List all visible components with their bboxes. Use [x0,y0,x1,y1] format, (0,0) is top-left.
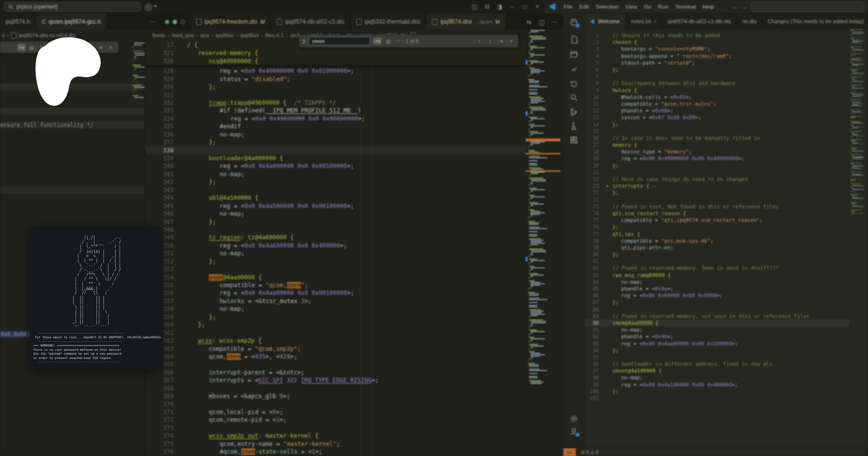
whole-word-icon[interactable]: ab [384,38,392,44]
code-line-361[interactable]: 361 [146,329,526,336]
menu-terminal[interactable]: Terminal [672,2,699,11]
code-area[interactable]: 1// Unsure if this needs to be added2cho… [584,32,850,401]
tab-nn.dts[interactable]: nn.dts [737,14,762,29]
code-line-341[interactable]: 341no-map; [146,170,526,178]
layout-sidebar-icon[interactable]: ◫ [470,3,479,10]
tab-ipq9574-db-al02-c3.dts[interactable]: ipq9574-db-al02-c3.dts [271,14,351,30]
breadcrumb-item[interactable]: feeds [152,32,165,38]
code-line-5[interactable]: 5stdout-path = "serial0"; [584,59,850,66]
account-icon[interactable] [569,427,579,436]
code-line-368[interactable]: 368 [146,385,526,392]
code-line-93[interactable]: 93reg = <0x00 0x4aa00000 0x00 0x100000>; [584,340,850,346]
history-icon[interactable] [569,79,579,89]
editor-right[interactable]: 1// Unsure if this needs to be added2cho… [584,29,850,448]
code-line-95[interactable]: 95 [584,354,850,360]
next-match-icon[interactable]: ↓ [486,38,494,44]
breadcrumb-item[interactable]: qca [201,32,209,38]
code-line-354[interactable]: 354smem@4aa00000 { [146,273,526,281]
code-line-80[interactable]: 80}; [584,251,850,258]
copilot-icon[interactable] [145,3,152,11]
minimap[interactable] [526,30,563,456]
code-line-100[interactable]: 100}; [584,388,850,395]
code-line-22[interactable]: 22// Here in case things do need to be c… [584,176,850,182]
code-line-99[interactable]: 99reg = <0x00 0x4a100000 0x00 0x400000>; [584,381,850,388]
code-line-20[interactable]: 20}; [584,162,850,169]
find-input[interactable]: smem [309,37,370,45]
code-line-71[interactable]: 71}; [584,189,850,196]
code-line-326[interactable]: 326nss@40000000 { [146,57,526,65]
code-line-373[interactable]: 373 [146,424,526,432]
code-line-333[interactable]: 333#if !defined(__IPQ_MEM_PROFILE_512_MB… [146,107,526,114]
more-icon[interactable]: ⋯ [149,18,155,25]
code-line-351[interactable]: 351no-map; [146,249,526,257]
tab-ipq9574-freedom.dts[interactable]: ipq9574-freedom.dtsM [190,14,271,30]
code-line-21[interactable]: 21 [584,169,850,176]
copilot-icon[interactable] [569,17,579,27]
code-line-87[interactable]: 87}; [584,299,850,305]
code-line-339[interactable]: 339bootloader@4a000000 { [146,154,526,162]
code-line-364[interactable]: 364qcom,smem = <435>, <428>; [146,353,526,360]
code-line-6[interactable]: 6}; [584,66,850,73]
code-line-75[interactable]: 75compatible = "qti,ipq9574-scm_restart_… [584,217,850,223]
remote-indicator[interactable]: >< [563,448,576,456]
menu-file[interactable]: File [560,2,576,11]
code-line-17[interactable]: 17memory { [584,141,850,148]
code-line-23[interactable]: 23▸interrupts { ⋯ [584,182,850,189]
code-line-331[interactable]: 331 [146,91,526,98]
menu-view[interactable]: View [622,2,641,11]
window-icon[interactable] [569,49,579,59]
menu-selection[interactable]: Selection [592,2,622,11]
code-line-347[interactable]: 347}; [146,218,526,225]
match-case-icon[interactable]: Aa [373,38,381,44]
code-line-2[interactable]: 2chosen { [584,39,850,45]
editor-main[interactable]: 17/ {321reserved-memory {326nss@40000000… [146,41,526,456]
code-line-357[interactable]: 357hwlocks = <&tcsr_mutex 3>; [146,297,526,305]
minimap[interactable] [850,29,866,367]
code-line-370[interactable]: 370 [146,400,526,408]
code-line-360[interactable]: 360}; [146,321,526,329]
code-line-11[interactable]: 11compatible = "qcom,tcsr-mutex"; [584,100,850,107]
code-line-365[interactable]: 365 [146,360,526,368]
code-area[interactable]: 328reg = <0x0 0x40000000 0x0 0x02000000>… [146,67,526,456]
code-line-83[interactable]: 83rpm_msg_ram@60000 { [584,272,850,278]
code-line-356[interactable]: 356reg = <0x0 0x4aa00000 0x0 0x00100000>… [146,289,526,297]
problems-status[interactable]: ⊘ 0 ⚠ 0 [581,450,598,455]
settings-gear-icon[interactable] [569,414,579,424]
code-line-350[interactable]: 350reg = <0x0 0x4a600000 0x0 0x400000>; [146,242,526,249]
code-line-366[interactable]: 366interrupt-parent = <&intc>; [146,369,526,376]
code-line-91[interactable]: 91no-map; [584,326,850,333]
chevron-down-icon[interactable] [153,5,157,7]
source-control-icon[interactable] [569,107,579,117]
code-line-94[interactable]: 94}; [584,347,850,354]
minimize-icon[interactable]: – [507,3,517,10]
code-line-96[interactable]: 96// bootloader in different address, fi… [584,360,850,367]
sync-icon[interactable]: ⇆ [527,18,532,26]
code-line-98[interactable]: 98no-map; [584,374,850,381]
code-line-15[interactable]: 15 [584,128,850,135]
code-line-89[interactable]: 89// Found in reserved-memory, not seen … [584,313,850,319]
close-icon[interactable]: × [654,19,657,24]
breadcrumb-item[interactable]: files-6.1 [265,32,284,38]
code-line-359[interactable]: 359}; [146,313,526,321]
code-line-328[interactable]: 328reg = <0x0 0x40000000 0x0 0x02000000>… [146,67,526,75]
menu-help[interactable]: Help [699,2,718,11]
find-in-selection-icon[interactable]: ⇥ [496,38,505,44]
code-line-14[interactable]: 14}; [584,121,850,127]
code-line-3[interactable]: 3bootargs = "console=ttyMSM0"; [584,45,850,52]
layout-panel-icon[interactable]: ⊟ [482,3,492,10]
code-line-330[interactable]: 330}; [146,83,526,91]
search-icon[interactable] [569,93,579,102]
code-line-349[interactable]: 349tz_region: tz@4a600000 { [146,234,526,241]
code-line-1[interactable]: 1// Unsure if this needs to be added [584,32,850,39]
code-line-97[interactable]: 97uboot@4a100000 { [584,367,850,374]
code-line-76[interactable]: 76}; [584,223,850,230]
code-line-374[interactable]: 374wcss_smp2p_out: master-kernel { [146,432,526,440]
code-line-363[interactable]: 363compatible = "qcom,smp2p"; [146,345,526,352]
terminal-window[interactable]: /|_/| ,-, / , |___ .-' / | \,*^* `' / | … [30,226,161,369]
code-line-372[interactable]: 372qcom,remote-pid = <1>; [146,416,526,424]
code-line-84[interactable]: 84no-map; [584,278,850,285]
breadcrumb-item[interactable]: ipq95xx [216,32,234,38]
code-line-346[interactable]: 346no-map; [146,210,526,218]
menu-run[interactable]: Run [655,2,672,11]
forward-arrow-icon[interactable]: → [740,3,749,10]
